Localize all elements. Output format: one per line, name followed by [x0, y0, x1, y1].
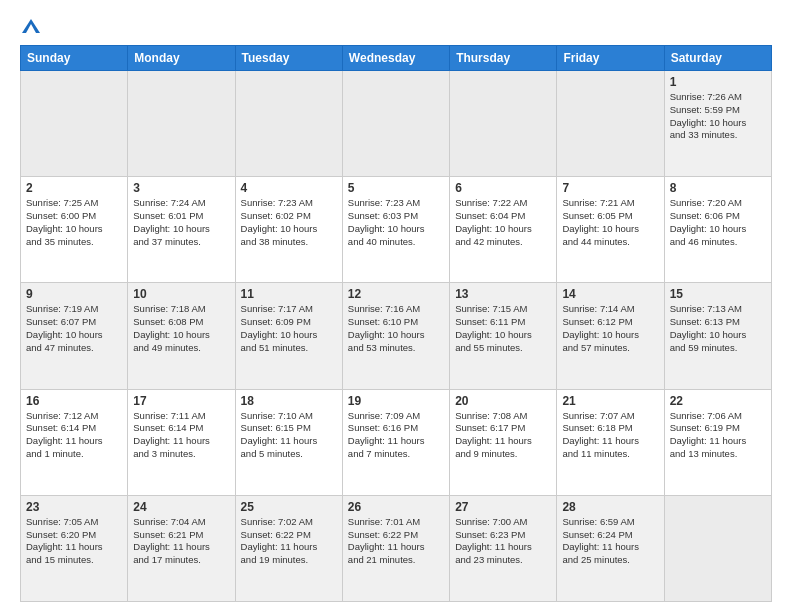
calendar-day-cell: 1Sunrise: 7:26 AMSunset: 5:59 PMDaylight…: [664, 71, 771, 177]
day-info: Sunrise: 7:05 AMSunset: 6:20 PMDaylight:…: [26, 516, 122, 567]
calendar-day-cell: 6Sunrise: 7:22 AMSunset: 6:04 PMDaylight…: [450, 177, 557, 283]
calendar-day-cell: 13Sunrise: 7:15 AMSunset: 6:11 PMDayligh…: [450, 283, 557, 389]
calendar-day-cell: 20Sunrise: 7:08 AMSunset: 6:17 PMDayligh…: [450, 389, 557, 495]
day-info: Sunrise: 7:15 AMSunset: 6:11 PMDaylight:…: [455, 303, 551, 354]
day-info: Sunrise: 7:21 AMSunset: 6:05 PMDaylight:…: [562, 197, 658, 248]
day-number: 28: [562, 500, 658, 514]
calendar-day-cell: 9Sunrise: 7:19 AMSunset: 6:07 PMDaylight…: [21, 283, 128, 389]
day-number: 2: [26, 181, 122, 195]
calendar-day-cell: 28Sunrise: 6:59 AMSunset: 6:24 PMDayligh…: [557, 495, 664, 601]
day-info: Sunrise: 7:12 AMSunset: 6:14 PMDaylight:…: [26, 410, 122, 461]
day-info: Sunrise: 7:04 AMSunset: 6:21 PMDaylight:…: [133, 516, 229, 567]
calendar-day-cell: 15Sunrise: 7:13 AMSunset: 6:13 PMDayligh…: [664, 283, 771, 389]
day-info: Sunrise: 7:02 AMSunset: 6:22 PMDaylight:…: [241, 516, 337, 567]
calendar-table: SundayMondayTuesdayWednesdayThursdayFrid…: [20, 45, 772, 602]
calendar-day-cell: 8Sunrise: 7:20 AMSunset: 6:06 PMDaylight…: [664, 177, 771, 283]
calendar-day-cell: 12Sunrise: 7:16 AMSunset: 6:10 PMDayligh…: [342, 283, 449, 389]
calendar-header-row: SundayMondayTuesdayWednesdayThursdayFrid…: [21, 46, 772, 71]
day-number: 4: [241, 181, 337, 195]
day-number: 1: [670, 75, 766, 89]
logo-icon: [22, 19, 40, 33]
day-number: 13: [455, 287, 551, 301]
calendar-day-cell: 22Sunrise: 7:06 AMSunset: 6:19 PMDayligh…: [664, 389, 771, 495]
day-number: 27: [455, 500, 551, 514]
day-number: 3: [133, 181, 229, 195]
header: [20, 16, 772, 37]
day-info: Sunrise: 7:18 AMSunset: 6:08 PMDaylight:…: [133, 303, 229, 354]
day-number: 17: [133, 394, 229, 408]
day-info: Sunrise: 7:06 AMSunset: 6:19 PMDaylight:…: [670, 410, 766, 461]
day-info: Sunrise: 7:25 AMSunset: 6:00 PMDaylight:…: [26, 197, 122, 248]
day-info: Sunrise: 7:23 AMSunset: 6:02 PMDaylight:…: [241, 197, 337, 248]
day-info: Sunrise: 6:59 AMSunset: 6:24 PMDaylight:…: [562, 516, 658, 567]
day-info: Sunrise: 7:01 AMSunset: 6:22 PMDaylight:…: [348, 516, 444, 567]
calendar-day-cell: 19Sunrise: 7:09 AMSunset: 6:16 PMDayligh…: [342, 389, 449, 495]
calendar-day-cell: 26Sunrise: 7:01 AMSunset: 6:22 PMDayligh…: [342, 495, 449, 601]
calendar-week-row: 23Sunrise: 7:05 AMSunset: 6:20 PMDayligh…: [21, 495, 772, 601]
calendar-day-cell: 23Sunrise: 7:05 AMSunset: 6:20 PMDayligh…: [21, 495, 128, 601]
calendar-day-cell: 2Sunrise: 7:25 AMSunset: 6:00 PMDaylight…: [21, 177, 128, 283]
day-info: Sunrise: 7:00 AMSunset: 6:23 PMDaylight:…: [455, 516, 551, 567]
calendar-day-cell: 7Sunrise: 7:21 AMSunset: 6:05 PMDaylight…: [557, 177, 664, 283]
day-info: Sunrise: 7:10 AMSunset: 6:15 PMDaylight:…: [241, 410, 337, 461]
calendar-day-header: Wednesday: [342, 46, 449, 71]
day-number: 7: [562, 181, 658, 195]
day-info: Sunrise: 7:08 AMSunset: 6:17 PMDaylight:…: [455, 410, 551, 461]
calendar-day-cell: 4Sunrise: 7:23 AMSunset: 6:02 PMDaylight…: [235, 177, 342, 283]
day-info: Sunrise: 7:07 AMSunset: 6:18 PMDaylight:…: [562, 410, 658, 461]
calendar-day-cell: 27Sunrise: 7:00 AMSunset: 6:23 PMDayligh…: [450, 495, 557, 601]
calendar-day-header: Thursday: [450, 46, 557, 71]
logo-text: [20, 16, 40, 37]
day-number: 11: [241, 287, 337, 301]
day-number: 16: [26, 394, 122, 408]
calendar-day-cell: 18Sunrise: 7:10 AMSunset: 6:15 PMDayligh…: [235, 389, 342, 495]
day-number: 8: [670, 181, 766, 195]
calendar-day-cell: 3Sunrise: 7:24 AMSunset: 6:01 PMDaylight…: [128, 177, 235, 283]
day-info: Sunrise: 7:14 AMSunset: 6:12 PMDaylight:…: [562, 303, 658, 354]
day-number: 25: [241, 500, 337, 514]
calendar-day-cell: 10Sunrise: 7:18 AMSunset: 6:08 PMDayligh…: [128, 283, 235, 389]
day-number: 18: [241, 394, 337, 408]
day-info: Sunrise: 7:13 AMSunset: 6:13 PMDaylight:…: [670, 303, 766, 354]
day-info: Sunrise: 7:22 AMSunset: 6:04 PMDaylight:…: [455, 197, 551, 248]
day-number: 26: [348, 500, 444, 514]
day-number: 24: [133, 500, 229, 514]
calendar-day-header: Friday: [557, 46, 664, 71]
day-number: 19: [348, 394, 444, 408]
calendar-week-row: 9Sunrise: 7:19 AMSunset: 6:07 PMDaylight…: [21, 283, 772, 389]
day-info: Sunrise: 7:24 AMSunset: 6:01 PMDaylight:…: [133, 197, 229, 248]
calendar-week-row: 2Sunrise: 7:25 AMSunset: 6:00 PMDaylight…: [21, 177, 772, 283]
day-number: 21: [562, 394, 658, 408]
calendar-day-cell: 14Sunrise: 7:14 AMSunset: 6:12 PMDayligh…: [557, 283, 664, 389]
calendar-day-header: Monday: [128, 46, 235, 71]
day-number: 5: [348, 181, 444, 195]
day-info: Sunrise: 7:26 AMSunset: 5:59 PMDaylight:…: [670, 91, 766, 142]
day-info: Sunrise: 7:09 AMSunset: 6:16 PMDaylight:…: [348, 410, 444, 461]
calendar-day-cell: [128, 71, 235, 177]
day-number: 10: [133, 287, 229, 301]
calendar-day-cell: [235, 71, 342, 177]
calendar-day-cell: 16Sunrise: 7:12 AMSunset: 6:14 PMDayligh…: [21, 389, 128, 495]
calendar-day-cell: 25Sunrise: 7:02 AMSunset: 6:22 PMDayligh…: [235, 495, 342, 601]
calendar-day-cell: 24Sunrise: 7:04 AMSunset: 6:21 PMDayligh…: [128, 495, 235, 601]
calendar-day-header: Tuesday: [235, 46, 342, 71]
calendar-day-cell: [342, 71, 449, 177]
day-number: 6: [455, 181, 551, 195]
day-info: Sunrise: 7:23 AMSunset: 6:03 PMDaylight:…: [348, 197, 444, 248]
day-info: Sunrise: 7:17 AMSunset: 6:09 PMDaylight:…: [241, 303, 337, 354]
calendar-day-cell: 11Sunrise: 7:17 AMSunset: 6:09 PMDayligh…: [235, 283, 342, 389]
calendar-week-row: 16Sunrise: 7:12 AMSunset: 6:14 PMDayligh…: [21, 389, 772, 495]
day-number: 22: [670, 394, 766, 408]
day-number: 15: [670, 287, 766, 301]
day-number: 23: [26, 500, 122, 514]
day-number: 14: [562, 287, 658, 301]
calendar-page: SundayMondayTuesdayWednesdayThursdayFrid…: [0, 0, 792, 612]
day-info: Sunrise: 7:11 AMSunset: 6:14 PMDaylight:…: [133, 410, 229, 461]
calendar-day-cell: 21Sunrise: 7:07 AMSunset: 6:18 PMDayligh…: [557, 389, 664, 495]
calendar-day-cell: [450, 71, 557, 177]
day-number: 9: [26, 287, 122, 301]
calendar-day-cell: [21, 71, 128, 177]
calendar-day-header: Sunday: [21, 46, 128, 71]
logo: [20, 16, 40, 37]
calendar-day-header: Saturday: [664, 46, 771, 71]
